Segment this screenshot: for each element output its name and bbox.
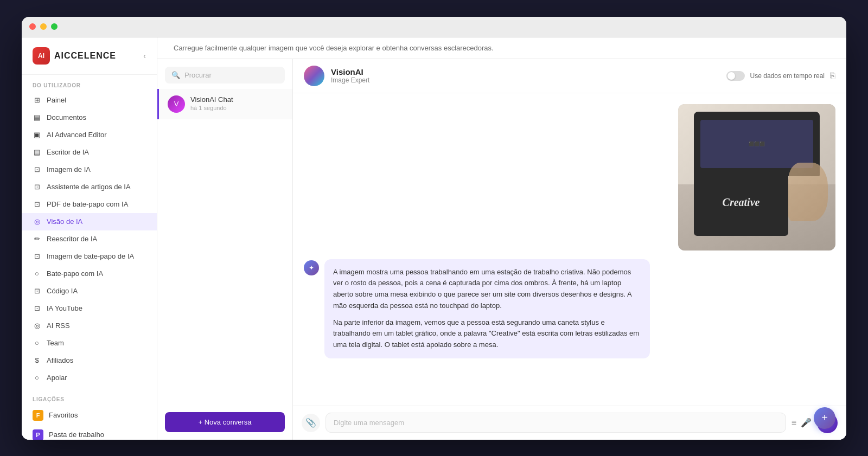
rss-icon: ◎	[33, 322, 41, 330]
close-button[interactable]	[29, 23, 36, 30]
maximize-button[interactable]	[51, 23, 58, 30]
code-icon: ⊡	[33, 287, 41, 296]
section-label-user: DO UTILIZADOR	[22, 75, 157, 92]
app-window: AI AICCELENCE ‹ DO UTILIZADOR ⊞ Painel ▤…	[22, 17, 846, 440]
ai-message-avatar: ✦	[304, 260, 319, 275]
chat-header-left: VisionAI Image Expert	[304, 66, 369, 86]
chat-list-time: há 1 segundo	[190, 105, 233, 111]
search-input[interactable]	[184, 71, 278, 79]
image-icon: ⊡	[33, 165, 41, 174]
minimize-button[interactable]	[40, 23, 47, 30]
fab-button[interactable]: +	[814, 407, 835, 429]
realtime-label: Use dados em tempo real	[750, 72, 825, 80]
chat-list-item[interactable]: V VisionAI Chat há 1 segundo	[157, 89, 292, 119]
sidebar-item-batepapo-ia[interactable]: ○ Bate-papo com IA	[22, 265, 157, 282]
sidebar-item-pdf-batepapo[interactable]: ⊡ PDF de bate-papo com IA	[22, 196, 157, 213]
creative-tablet: Creative	[694, 170, 788, 236]
support-icon: ○	[33, 374, 41, 382]
sidebar-item-reescritor-ia[interactable]: ✏ Reescritor de IA	[22, 230, 157, 248]
user-image-message: ⬛⬛⬛ Creative	[304, 104, 835, 251]
ai-message-bubble: A imagem mostra uma pessoa trabalhando e…	[324, 259, 650, 359]
chat-main-wrap: VisionAI Image Expert Use dados em tempo…	[293, 59, 846, 440]
ai-response-p1: A imagem mostra uma pessoa trabalhando e…	[333, 267, 641, 312]
chat-icon: ○	[33, 269, 41, 278]
uploaded-image: ⬛⬛⬛ Creative	[678, 104, 835, 251]
search-input-wrap: 🔍	[165, 67, 285, 84]
sidebar-item-apoiar[interactable]: ○ Apoiar	[22, 369, 157, 387]
collapse-sidebar-button[interactable]: ‹	[143, 52, 146, 60]
main-content: Carregue facilmente qualquer imagem que …	[157, 37, 846, 440]
copy-icon[interactable]: ⎘	[830, 71, 835, 81]
format-button[interactable]: ≡	[792, 418, 796, 428]
top-bar-description: Carregue facilmente qualquer imagem que …	[174, 44, 494, 52]
document-icon: ▤	[33, 113, 41, 122]
chat-agent-name: VisionAI	[331, 67, 369, 76]
team-icon: ○	[33, 339, 41, 348]
content-area: 🔍 V VisionAI Chat há 1 segundo + Nova co…	[157, 59, 846, 440]
vision-ai-avatar	[304, 66, 324, 86]
sidebar-item-afiliados[interactable]: $ Afiliados	[22, 352, 157, 369]
sidebar-item-painel[interactable]: ⊞ Painel	[22, 92, 157, 109]
chat-main: VisionAI Image Expert Use dados em tempo…	[293, 59, 846, 440]
sidebar-item-ai-rss[interactable]: ◎ AI RSS	[22, 317, 157, 335]
titlebar	[22, 17, 846, 37]
input-icons: ≡ 🎤	[792, 418, 812, 428]
sidebar-item-ai-advanced-editor[interactable]: ▣ AI Advanced Editor	[22, 126, 157, 144]
sidebar-item-assistente-artigos[interactable]: ⊡ Assistente de artigos de IA	[22, 178, 157, 196]
section-label-links: LIGAÇÕES	[22, 389, 157, 406]
editor-icon: ▣	[33, 131, 41, 139]
image-chat-icon: ⊡	[33, 252, 41, 261]
message-input[interactable]	[326, 413, 786, 433]
new-conversation-button[interactable]: + Nova conversa	[165, 412, 285, 432]
logo-icon: AI	[33, 47, 50, 65]
chat-list-avatar: V	[168, 95, 185, 113]
chat-input-area: 📎 ≡ 🎤 ▶	[293, 406, 846, 440]
chat-list-text: VisionAI Chat há 1 segundo	[190, 95, 233, 113]
favoritos-badge: F	[33, 410, 43, 421]
chat-header-info: VisionAI Image Expert	[331, 67, 369, 84]
grid-icon: ⊞	[33, 96, 41, 105]
pdf-icon: ⊡	[33, 200, 41, 209]
chat-header-right: Use dados em tempo real ⎘	[726, 71, 835, 81]
app-container: AI AICCELENCE ‹ DO UTILIZADOR ⊞ Painel ▤…	[22, 37, 846, 440]
chat-agent-sub: Image Expert	[331, 76, 369, 84]
toggle-knob	[727, 72, 735, 80]
sidebar-item-codigo-ia[interactable]: ⊡ Código IA	[22, 282, 157, 300]
sidebar-logo: AI AICCELENCE ‹	[22, 37, 157, 75]
realtime-toggle[interactable]	[726, 71, 745, 81]
sidebar-item-imagem-ia[interactable]: ⊡ Imagem de IA	[22, 161, 157, 178]
search-icon: 🔍	[171, 71, 180, 79]
chat-messages: ⬛⬛⬛ Creative	[293, 93, 846, 406]
creative-image: ⬛⬛⬛ Creative	[678, 104, 835, 251]
writer-icon: ▤	[33, 148, 41, 157]
chat-list-panel: 🔍 V VisionAI Chat há 1 segundo + Nova co…	[157, 59, 293, 440]
sidebar-item-pasta-trabalho[interactable]: P Pasta de trabalho	[22, 425, 157, 440]
chat-list-title: VisionAI Chat	[190, 95, 233, 104]
chat-header: VisionAI Image Expert Use dados em tempo…	[293, 59, 846, 93]
rewrite-icon: ✏	[33, 235, 41, 243]
attach-button[interactable]: 📎	[302, 414, 320, 432]
affiliate-icon: $	[33, 356, 41, 365]
sidebar-item-ia-youtube[interactable]: ⊡ IA YouTube	[22, 300, 157, 317]
mic-button[interactable]: 🎤	[801, 418, 812, 428]
ai-response-p2: Na parte inferior da imagem, vemos que a…	[333, 317, 641, 351]
ai-message: ✦ A imagem mostra uma pessoa trabalhando…	[304, 259, 835, 359]
sidebar-item-escritor-ia[interactable]: ▤ Escritor de IA	[22, 144, 157, 161]
sidebar-item-visao-ia[interactable]: ◎ Visão de IA	[22, 213, 157, 230]
logo-text: AICCELENCE	[54, 51, 116, 61]
pasta-badge: P	[33, 429, 43, 440]
sidebar-item-imagem-batepapo[interactable]: ⊡ Imagem de bate-papo de IA	[22, 248, 157, 265]
top-bar: Carregue facilmente qualquer imagem que …	[157, 37, 846, 59]
vision-icon: ◎	[33, 217, 41, 226]
sidebar-item-favoritos[interactable]: F Favoritos	[22, 406, 157, 425]
search-box: 🔍	[157, 59, 292, 89]
sidebar-item-documentos[interactable]: ▤ Documentos	[22, 109, 157, 126]
sidebar: AI AICCELENCE ‹ DO UTILIZADOR ⊞ Painel ▤…	[22, 37, 157, 440]
article-icon: ⊡	[33, 183, 41, 191]
youtube-icon: ⊡	[33, 304, 41, 313]
sidebar-item-team[interactable]: ○ Team	[22, 335, 157, 352]
